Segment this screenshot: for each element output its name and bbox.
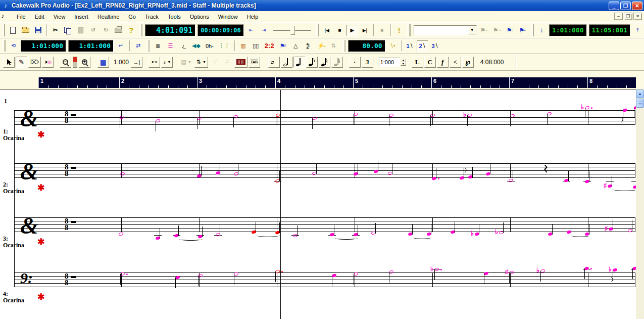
scatter-right-button[interactable]: ∴: [222, 57, 233, 68]
marker-list-button[interactable]: ⚑≡: [517, 25, 528, 36]
pedal-button[interactable]: ℘: [462, 57, 474, 68]
whole-rest[interactable]: [71, 114, 76, 116]
tab-staff-button[interactable]: TAB: [249, 57, 260, 68]
whole-note-button[interactable]: [268, 57, 280, 68]
layout-button[interactable]: ⇅: [328, 40, 339, 52]
sixteenth-note-button[interactable]: [319, 57, 330, 68]
slider-thumb[interactable]: [290, 26, 295, 35]
track-asterisk[interactable]: ✱: [37, 183, 44, 193]
save-button[interactable]: [32, 25, 44, 36]
time-ruler[interactable]: 12345678: [38, 77, 636, 88]
loop-start-button[interactable]: ⤓: [536, 25, 548, 36]
minimize-button[interactable]: _: [609, 2, 619, 10]
whole-rest[interactable]: [71, 167, 76, 169]
track-label[interactable]: 3:Ocarina: [3, 236, 24, 249]
position-slider[interactable]: [273, 25, 311, 35]
pickup-button[interactable]: ⊷: [148, 57, 160, 68]
menu-item-help[interactable]: Help: [242, 12, 263, 21]
loop-from-display[interactable]: 1:01:000: [549, 24, 587, 36]
dotted-note-button[interactable]: ·: [349, 57, 361, 68]
chord-button[interactable]: C: [424, 57, 436, 68]
zoom-in-button[interactable]: +: [79, 57, 90, 68]
menu-item-tools[interactable]: Tools: [163, 12, 185, 21]
hairpin-button[interactable]: <: [450, 57, 461, 68]
tempo-tap-button[interactable]: ∖•: [387, 40, 399, 52]
track-view-button[interactable]: ≣: [152, 40, 164, 52]
now-time-cursor[interactable]: [280, 90, 281, 319]
event-list-view-button[interactable]: 0h-: [204, 40, 216, 52]
vertical-scrollbar[interactable]: ▲: [636, 89, 644, 319]
lyrics-button[interactable]: L: [412, 57, 423, 68]
print-button[interactable]: [113, 25, 124, 36]
sysx-view-button[interactable]: ▥: [237, 40, 249, 52]
toolbar-grip[interactable]: [316, 24, 319, 36]
staff-view-button[interactable]: ♪̲: [177, 40, 189, 52]
scrub-tool-button[interactable]: 🕨))): [42, 57, 54, 68]
copy-button[interactable]: [62, 25, 74, 36]
menu-item-view[interactable]: View: [49, 12, 70, 21]
video-view-button[interactable]: ▯▯: [250, 40, 262, 52]
previous-marker-button[interactable]: ⚑←: [479, 25, 490, 36]
next-marker-button[interactable]: ⚑→: [491, 25, 503, 36]
quarter-rest[interactable]: [544, 165, 548, 174]
menu-item-insert[interactable]: Insert: [70, 12, 93, 21]
combo-dropdown-icon[interactable]: ▼: [468, 26, 476, 34]
play-button[interactable]: ▶: [346, 25, 358, 36]
forward-to-end-button[interactable]: ⇥: [258, 25, 270, 36]
menu-item-track[interactable]: Track: [140, 12, 163, 21]
thirtysecond-note-button[interactable]: [331, 57, 343, 68]
maximize-button[interactable]: ❐: [620, 2, 631, 10]
note[interactable]: [120, 172, 125, 176]
punch-in-display[interactable]: 1:01:000: [21, 40, 66, 52]
tempo-ratio-2-button[interactable]: 2∖: [417, 40, 428, 52]
toolbar-grip[interactable]: [139, 24, 142, 36]
toolbar-grip[interactable]: [146, 40, 150, 52]
tempo-display[interactable]: 80.00: [348, 40, 385, 52]
pattern-brush-button[interactable]: ▤▼: [179, 57, 193, 68]
close-button[interactable]: ✕: [632, 2, 642, 10]
mdi-minimize-button[interactable]: –: [614, 13, 623, 20]
track-asterisk[interactable]: ✱: [37, 292, 44, 302]
now-time-display[interactable]: 4:01:091: [145, 24, 195, 36]
punch-out-display[interactable]: 1:01:000: [68, 40, 114, 52]
toolbar-grip[interactable]: [342, 40, 345, 52]
menu-item-edit[interactable]: Edit: [30, 12, 49, 21]
mdi-restore-button[interactable]: ❐: [624, 13, 632, 20]
triplet-button[interactable]: 3: [362, 57, 373, 68]
mdi-close-button[interactable]: ✕: [633, 13, 642, 20]
menu-item-window[interactable]: Window: [214, 12, 242, 21]
menu-item-go[interactable]: Go: [124, 12, 140, 21]
new-file-button[interactable]: [7, 25, 19, 36]
snap-to-button[interactable]: →|: [131, 57, 142, 68]
console-view-button[interactable]: ⋮⋮: [217, 40, 232, 52]
note-duration-dropdown[interactable]: ♪▼: [161, 57, 173, 68]
snap-grid-button[interactable]: ▦: [97, 57, 109, 68]
duration-spinner-arrows[interactable]: ▲▼: [401, 59, 406, 66]
paste-button[interactable]: [75, 25, 86, 36]
go-to-end-button[interactable]: ▶|: [359, 25, 371, 36]
zoom-slider[interactable]: [73, 57, 77, 68]
stop-button[interactable]: ■: [334, 25, 345, 36]
meter-key-view-button[interactable]: 44 ≡: [303, 40, 314, 52]
menu-item-file[interactable]: File: [12, 12, 30, 21]
cut-button[interactable]: ✂: [49, 25, 61, 36]
big-time-view-button[interactable]: 2:2: [263, 40, 276, 52]
loop-end-button[interactable]: ⤒: [632, 25, 643, 36]
rewind-button[interactable]: |◀: [321, 25, 333, 36]
punch-toggle-button[interactable]: ⟲: [8, 40, 19, 52]
toolbar-grip[interactable]: [2, 24, 5, 36]
erase-tool-button[interactable]: ⌦: [28, 57, 41, 68]
menu-item-realtime[interactable]: Realtime: [93, 12, 124, 21]
toolbar-grip[interactable]: [531, 24, 534, 36]
panic-button[interactable]: !: [393, 25, 405, 36]
record-button[interactable]: ■: [376, 25, 388, 36]
tempo-toolbar-button[interactable]: ⚡̶: [315, 40, 327, 52]
tempo-ratio-1-button[interactable]: 1∖: [404, 40, 416, 52]
tempo-ratio-3-button[interactable]: 3∖: [429, 40, 441, 52]
audio-view-button[interactable]: ◀◆: [190, 40, 203, 52]
track-asterisk[interactable]: ✱: [37, 129, 44, 140]
zoom-out-button[interactable]: −: [60, 57, 71, 68]
fretboard-button[interactable]: ⣿⣿: [234, 57, 247, 68]
half-note-button[interactable]: [281, 57, 292, 68]
quarter-note-button[interactable]: [293, 57, 305, 68]
